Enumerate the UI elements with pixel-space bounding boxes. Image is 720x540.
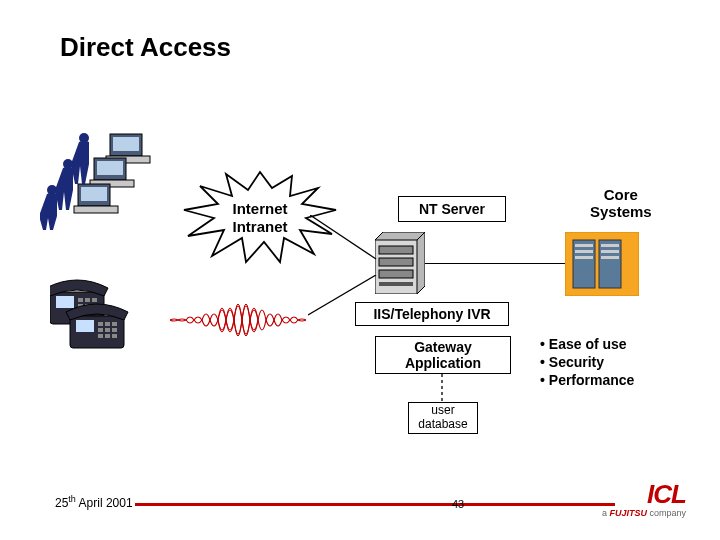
iis-telephony-label: IIS/Telephony IVR xyxy=(355,302,509,326)
burst-line1: Internet xyxy=(232,200,287,217)
svg-rect-8 xyxy=(74,206,118,213)
svg-rect-52 xyxy=(112,328,117,332)
connector-server-core xyxy=(425,263,565,264)
gateway-app-label: Gateway Application xyxy=(375,336,511,374)
bullet-performance: • Performance xyxy=(540,371,634,389)
svg-rect-50 xyxy=(98,328,103,332)
svg-rect-23 xyxy=(573,240,595,288)
svg-rect-27 xyxy=(575,256,593,259)
svg-rect-29 xyxy=(601,250,619,253)
burst-line2: Intranet xyxy=(232,218,287,235)
svg-rect-38 xyxy=(92,298,97,302)
icl-logo: ICL a FUJITSU company xyxy=(602,479,686,518)
svg-rect-25 xyxy=(575,244,593,247)
bullet-security: • Security xyxy=(540,353,634,371)
svg-rect-26 xyxy=(575,250,593,253)
telephones-icon xyxy=(50,278,150,358)
svg-rect-28 xyxy=(601,244,619,247)
waveform-icon xyxy=(170,290,310,350)
svg-rect-51 xyxy=(105,328,110,332)
svg-rect-35 xyxy=(56,296,74,308)
svg-line-31 xyxy=(310,215,376,259)
svg-rect-36 xyxy=(78,298,83,302)
footer-date: 25th April 2001 xyxy=(55,494,133,510)
svg-rect-4 xyxy=(97,161,123,175)
user-database-label: user database xyxy=(408,402,478,434)
icl-wordmark: ICL xyxy=(602,479,686,510)
svg-rect-53 xyxy=(98,334,103,338)
nt-server-label: NT Server xyxy=(398,196,506,222)
page-number: 43 xyxy=(452,498,464,510)
benefits-list: • Ease of use • Security • Performance xyxy=(540,335,634,390)
bullet-ease: • Ease of use xyxy=(540,335,634,353)
connector-burst-server xyxy=(310,215,390,265)
svg-rect-7 xyxy=(81,187,107,201)
svg-rect-37 xyxy=(85,298,90,302)
core-systems-icon xyxy=(565,232,639,296)
svg-rect-55 xyxy=(112,334,117,338)
slide-title: Direct Access xyxy=(60,32,231,63)
svg-rect-30 xyxy=(601,256,619,259)
svg-rect-54 xyxy=(105,334,110,338)
svg-rect-20 xyxy=(379,270,413,278)
svg-rect-48 xyxy=(105,322,110,326)
footer-divider xyxy=(135,503,615,506)
svg-rect-24 xyxy=(599,240,621,288)
connector-gateway-db xyxy=(440,374,444,404)
workstations-icon xyxy=(40,130,170,230)
svg-rect-46 xyxy=(76,320,94,332)
svg-rect-1 xyxy=(113,137,139,151)
svg-rect-47 xyxy=(98,322,103,326)
svg-rect-49 xyxy=(112,322,117,326)
core-systems-label: Core Systems xyxy=(590,186,652,221)
svg-rect-21 xyxy=(379,282,413,286)
fujitsu-tagline: a FUJITSU company xyxy=(602,508,686,518)
